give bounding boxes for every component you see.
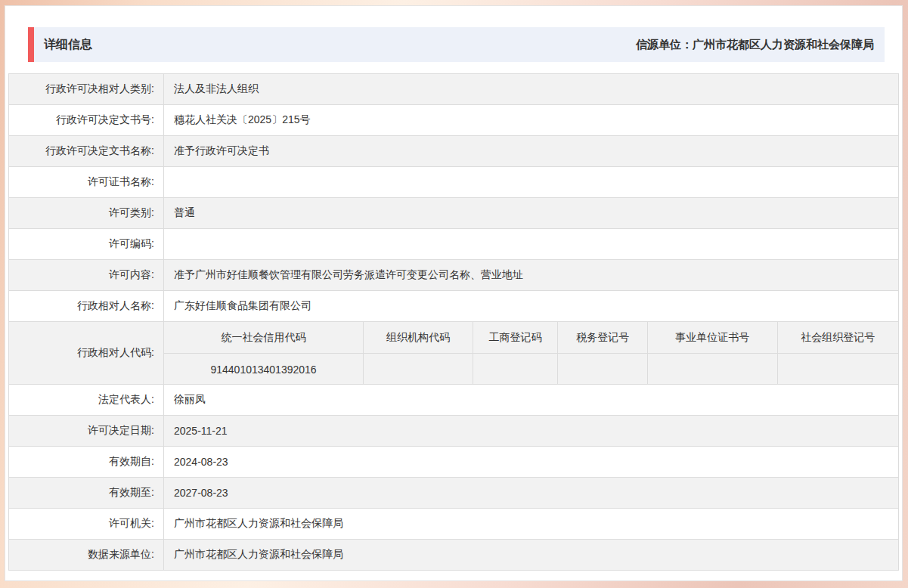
- row-decision-doc-number: 行政许可决定文书号: 穗花人社关决〔2025〕215号: [9, 105, 898, 136]
- field-value: 准予行政许可决定书: [164, 136, 898, 166]
- code-col-header: 税务登记号: [558, 322, 647, 354]
- field-label: 许可证书名称:: [9, 167, 164, 197]
- red-accent-bar: [28, 27, 34, 62]
- field-label: 有效期至:: [9, 478, 164, 508]
- field-value: 2025-11-21: [164, 416, 898, 446]
- field-label: 数据来源单位:: [9, 540, 164, 570]
- code-col-header: 组织机构代码: [364, 322, 473, 354]
- field-label: 行政许可决定文书名称:: [9, 136, 164, 166]
- code-col-value: [778, 354, 898, 385]
- row-relative-person-name: 行政相对人名称: 广东好佳顺食品集团有限公司: [9, 291, 898, 322]
- code-col-value: 914401013401392016: [164, 354, 364, 385]
- row-permit-category: 许可类别: 普通: [9, 198, 898, 229]
- field-label: 许可决定日期:: [9, 416, 164, 446]
- source-unit-label: 信源单位：广州市花都区人力资源和社会保障局: [636, 38, 874, 52]
- detail-card: 详细信息 信源单位：广州市花都区人力资源和社会保障局 行政许可决相对人类别: 法…: [5, 5, 903, 581]
- field-value: [164, 229, 898, 259]
- row-relative-person-type: 行政许可决相对人类别: 法人及非法人组织: [9, 74, 898, 105]
- detail-info-table: 行政许可决相对人类别: 法人及非法人组织 行政许可决定文书号: 穗花人社关决〔2…: [8, 73, 899, 571]
- field-value: 准予广州市好佳顺餐饮管理有限公司劳务派遣许可变更公司名称、营业地址: [164, 260, 898, 290]
- field-value: [164, 167, 898, 197]
- field-label: 许可内容:: [9, 260, 164, 290]
- code-col-value: [364, 354, 473, 385]
- code-col-header: 社会组织登记号: [778, 322, 898, 354]
- field-label: 许可编码:: [9, 229, 164, 259]
- field-value: 广州市花都区人力资源和社会保障局: [164, 509, 898, 539]
- card-header: 详细信息 信源单位：广州市花都区人力资源和社会保障局: [28, 27, 885, 62]
- row-decision-doc-name: 行政许可决定文书名称: 准予行政许可决定书: [9, 136, 898, 167]
- code-col-value: [648, 354, 778, 385]
- code-col-value: [558, 354, 647, 385]
- row-permit-content: 许可内容: 准予广州市好佳顺餐饮管理有限公司劳务派遣许可变更公司名称、营业地址: [9, 260, 898, 291]
- field-label: 行政相对人名称:: [9, 291, 164, 321]
- page-title: 详细信息: [44, 37, 92, 53]
- row-data-source-unit: 数据来源单位: 广州市花都区人力资源和社会保障局: [9, 540, 898, 571]
- field-label: 行政许可决定文书号:: [9, 105, 164, 135]
- code-col-header: 工商登记码: [473, 322, 559, 354]
- field-value: 广东好佳顺食品集团有限公司: [164, 291, 898, 321]
- field-value: 徐丽凤: [164, 385, 898, 415]
- codes-subtable: 统一社会信用代码 组织机构代码 工商登记码 税务登记号 事业单位证书号 社会组织…: [164, 322, 898, 384]
- field-label: 法定代表人:: [9, 385, 164, 415]
- field-value: 穗花人社关决〔2025〕215号: [164, 105, 898, 135]
- code-col-header: 统一社会信用代码: [164, 322, 364, 354]
- code-col-header: 事业单位证书号: [648, 322, 778, 354]
- field-value: 广州市花都区人力资源和社会保障局: [164, 540, 898, 570]
- row-permit-code: 许可编码:: [9, 229, 898, 260]
- field-value: 普通: [164, 198, 898, 228]
- row-decision-date: 许可决定日期: 2025-11-21: [9, 416, 898, 447]
- field-label: 行政许可决相对人类别:: [9, 74, 164, 104]
- field-label: 许可类别:: [9, 198, 164, 228]
- row-legal-representative: 法定代表人: 徐丽凤: [9, 385, 898, 416]
- row-certificate-name: 许可证书名称:: [9, 167, 898, 198]
- code-col-value: [473, 354, 559, 385]
- row-valid-from: 有效期自: 2024-08-23: [9, 447, 898, 478]
- row-valid-to: 有效期至: 2027-08-23: [9, 478, 898, 509]
- field-value: 2024-08-23: [164, 447, 898, 477]
- field-value: 2027-08-23: [164, 478, 898, 508]
- field-label: 有效期自:: [9, 447, 164, 477]
- field-value: 法人及非法人组织: [164, 74, 898, 104]
- codes-grid: 统一社会信用代码 组织机构代码 工商登记码 税务登记号 事业单位证书号 社会组织…: [164, 322, 898, 384]
- row-permit-authority: 许可机关: 广州市花都区人力资源和社会保障局: [9, 509, 898, 540]
- field-label: 许可机关:: [9, 509, 164, 539]
- field-label: 行政相对人代码:: [9, 322, 164, 384]
- row-relative-person-codes: 行政相对人代码: 统一社会信用代码 组织机构代码 工商登记码 税务登记号 事业单…: [9, 322, 898, 385]
